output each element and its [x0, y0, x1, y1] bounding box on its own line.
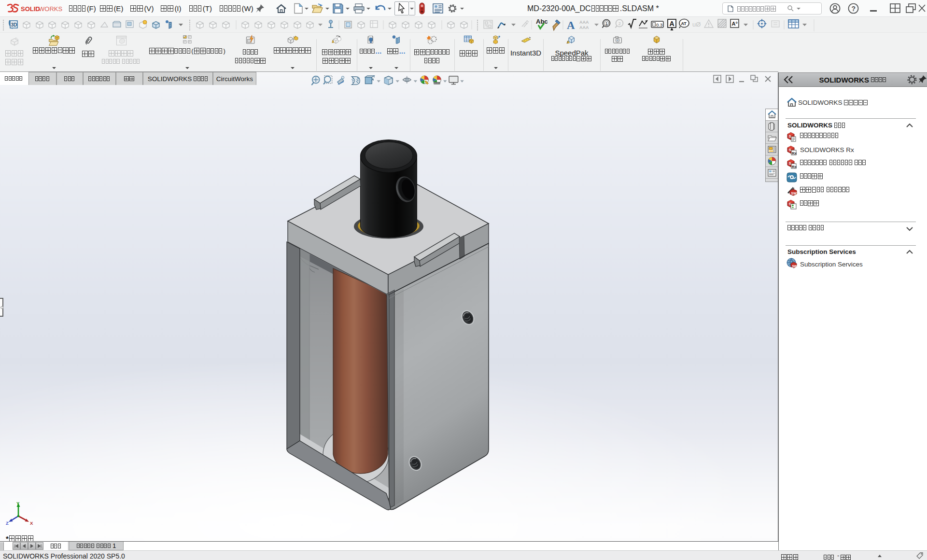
svg-text:SW: SW	[792, 265, 798, 268]
svg-text:Z: Z	[6, 520, 9, 526]
svg-text:SW: SW	[791, 192, 797, 195]
svg-text:!: !	[567, 41, 568, 44]
svg-text:Rx: Rx	[792, 151, 797, 155]
svg-text:A°: A°	[732, 21, 738, 27]
svg-text:1: 1	[605, 21, 608, 26]
svg-text:3D: 3D	[11, 22, 17, 28]
svg-text:Rx: Rx	[792, 165, 797, 169]
svg-text:A: A	[567, 19, 575, 31]
svg-text:Y: Y	[16, 501, 20, 506]
svg-text:AAA: AAA	[579, 25, 589, 30]
svg-text:AAA: AAA	[579, 20, 589, 25]
svg-text:0.3: 0.3	[656, 22, 662, 28]
svg-text:AT: AT	[681, 21, 687, 26]
svg-text:SOLID: SOLID	[21, 5, 40, 13]
svg-text:WORKS: WORKS	[39, 5, 62, 13]
svg-text:2: 2	[618, 21, 621, 26]
svg-text:?: ?	[852, 5, 856, 13]
svg-text:X: X	[30, 520, 33, 526]
svg-text:Abc: Abc	[536, 18, 548, 25]
svg-text:uØ: uØ	[692, 21, 701, 28]
svg-text:A: A	[670, 20, 674, 28]
